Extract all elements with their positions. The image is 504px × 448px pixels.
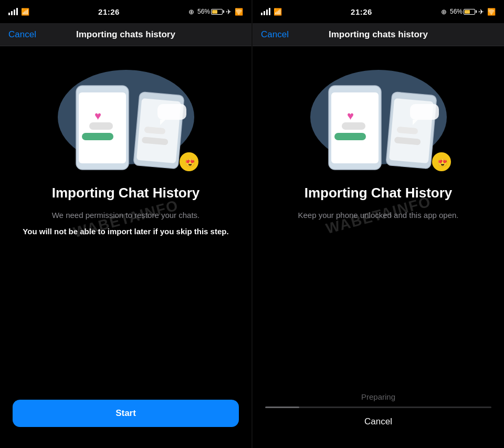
svg-point-7 <box>107 147 116 153</box>
battery-1: 56% <box>197 8 223 15</box>
progress-bar-container <box>265 407 491 408</box>
progress-area: Preparing Cancel <box>253 384 504 448</box>
signal-icon <box>8 8 18 15</box>
airplane-icon: ✈ <box>226 8 232 16</box>
wifi-icon-2: 📶 <box>274 8 282 16</box>
cancel-button-2[interactable]: Cancel <box>261 29 289 40</box>
svg-point-24 <box>360 147 368 153</box>
airplane-icon-2: ✈ <box>478 8 484 16</box>
svg-point-25 <box>369 148 376 153</box>
nav-bar-2: Cancel Importing chats history <box>253 23 504 46</box>
description-1: We need permission to restore your chats… <box>52 210 200 222</box>
status-bar-1: 📶 21:26 ⊕ 56% ✈ 🛜 <box>0 0 251 23</box>
svg-rect-15 <box>158 104 186 120</box>
svg-text:😍: 😍 <box>437 158 448 168</box>
illustration-2: ♥ 😍 <box>300 57 457 172</box>
description-2: Keep your phone unlocked and this app op… <box>298 210 458 222</box>
status-right-2: ⊕ 56% ✈ 🛜 <box>441 8 496 16</box>
battery-fill-2 <box>465 10 470 14</box>
status-left-1: 📶 <box>8 8 29 16</box>
battery-2: 56% <box>450 8 475 15</box>
status-bar-2: 📶 21:26 ⊕ 56% ✈ 🛜 <box>253 0 504 23</box>
signal-icon-2 <box>261 8 270 15</box>
progress-label: Preparing <box>361 392 395 401</box>
svg-rect-20 <box>334 133 366 140</box>
svg-rect-21 <box>342 122 365 130</box>
battery-icon-1 <box>211 9 223 15</box>
time-2: 21:26 <box>351 7 372 16</box>
illustration-1: ♥ 😍 <box>47 57 205 172</box>
time-1: 21:26 <box>98 7 120 16</box>
nav-title-2: Importing chats history <box>329 29 428 40</box>
bold-note-1: You will not be able to import later if … <box>23 226 228 238</box>
svg-text:♥: ♥ <box>94 109 101 122</box>
nav-title-1: Importing chats history <box>76 29 175 40</box>
svg-text:♥: ♥ <box>347 109 354 122</box>
wifi-icon-right-2: 🛜 <box>487 8 496 16</box>
heading-1: Importing Chat History <box>52 185 200 201</box>
svg-rect-32 <box>410 104 439 120</box>
heading-2: Importing Chat History <box>304 185 453 201</box>
battery-fill-1 <box>212 10 217 14</box>
svg-rect-4 <box>89 122 113 130</box>
status-right-1: ⊕ 56% ✈ 🛜 <box>188 8 243 16</box>
location-icon: ⊕ <box>188 8 194 16</box>
svg-text:😍: 😍 <box>185 158 195 168</box>
content-2: ♥ 😍 Importing Chat History Keep your pho… <box>253 46 504 384</box>
wifi-icon-right: 🛜 <box>235 8 243 16</box>
progress-bar-fill <box>265 407 299 408</box>
cancel-button-1[interactable]: Cancel <box>8 29 36 40</box>
svg-rect-3 <box>82 133 113 140</box>
battery-icon-2 <box>464 9 475 15</box>
bottom-area-1: Start <box>0 391 251 448</box>
wifi-icon: 📶 <box>21 8 29 16</box>
status-left-2: 📶 <box>261 8 282 16</box>
battery-pct-1: 56% <box>197 8 210 15</box>
content-1: ♥ 😍 Importing Chat History We need permi… <box>0 46 251 391</box>
nav-bar-1: Cancel Importing chats history <box>0 23 251 46</box>
screen-1: 📶 21:26 ⊕ 56% ✈ 🛜 Cancel Importing chats… <box>0 0 252 448</box>
screen-2: 📶 21:26 ⊕ 56% ✈ 🛜 Cancel Importing chats… <box>252 0 504 448</box>
svg-point-8 <box>116 148 123 153</box>
battery-pct-2: 56% <box>450 8 463 15</box>
start-button[interactable]: Start <box>13 400 239 427</box>
progress-cancel-button[interactable]: Cancel <box>364 416 392 427</box>
location-icon-2: ⊕ <box>441 8 447 16</box>
